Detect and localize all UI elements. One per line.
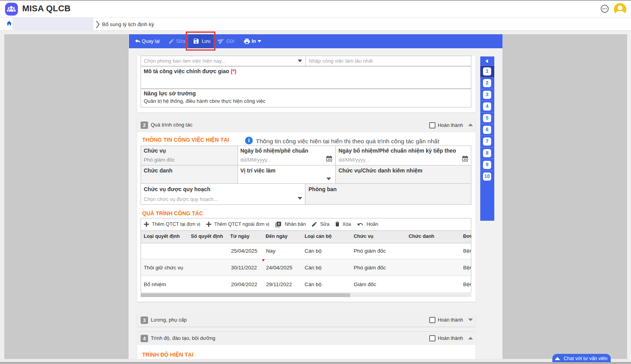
svg-text:23: 23 (464, 158, 467, 161)
svg-text:23: 23 (328, 158, 331, 161)
